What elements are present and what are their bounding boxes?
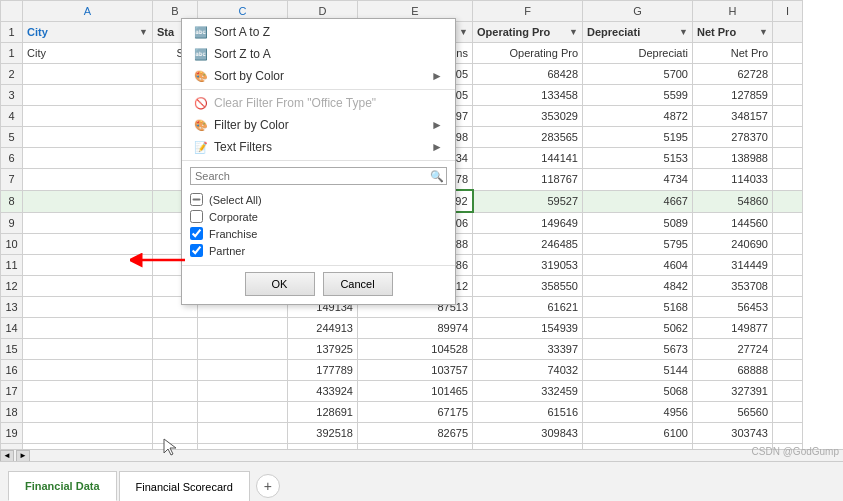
sort-by-color-item[interactable]: 🎨 Sort by Color ► [182,65,455,87]
oppro-filter-icon[interactable]: ▼ [569,23,578,41]
filter-by-color-item[interactable]: 🎨 Filter by Color ► [182,114,455,136]
cell-netpro: 138988 [693,148,773,169]
cell-revenue: 128691 [288,402,358,423]
cell-city [23,127,153,148]
cell-office [198,339,288,360]
franchise-checkbox-item[interactable]: Franchise [190,225,447,242]
cell-oppro: 332459 [473,381,583,402]
tab-bar: Financial Data Financial Scorecard + [0,461,843,501]
search-input[interactable] [190,167,447,185]
select-all-checkbox-item[interactable]: (Select All) [190,191,447,208]
col-oppro-header[interactable]: Operating Pro ▼ [473,22,583,43]
row-num-9: 9 [1,212,23,234]
depr-filter-icon[interactable]: ▼ [679,23,688,41]
depr-label: Depreciati [587,23,640,41]
franchise-checkbox[interactable] [190,227,203,240]
cell-netpro: 240690 [693,234,773,255]
cell-oppro: 33397 [473,339,583,360]
row-num-8: 8 [1,190,23,212]
row-num-2: 2 [1,64,23,85]
arrow-indicator [130,250,190,270]
col-letter-f: F [473,1,583,22]
filter-color-icon: 🎨 [194,119,208,132]
cell-netpro: 303743 [693,423,773,444]
cell-depr: 5144 [583,360,693,381]
cell-depr: 4734 [583,169,693,191]
cell-opexp: 101465 [358,381,473,402]
oppro-label: Operating Pro [477,23,550,41]
add-tab-button[interactable]: + [256,474,280,498]
city-filter-icon[interactable]: ▼ [139,23,148,41]
col-netpro-header[interactable]: Net Pro ▼ [693,22,773,43]
cell-i [773,402,803,423]
row-num-6: 6 [1,148,23,169]
cell-depr: 4842 [583,276,693,297]
red-arrow-svg [130,250,190,270]
search-wrapper: 🔍 [190,167,447,185]
cell-i [773,423,803,444]
cell-office [198,381,288,402]
corporate-checkbox[interactable] [190,210,203,223]
tab-financial-scorecard[interactable]: Financial Scorecard [119,471,250,501]
select-all-checkbox[interactable] [190,193,203,206]
cell-i [773,106,803,127]
search-container: 🔍 [182,163,455,189]
row-num-11: 11 [1,255,23,276]
row-num-12: 12 [1,276,23,297]
cell-oppro: 154939 [473,318,583,339]
scroll-left-btn[interactable]: ◄ [0,450,14,462]
opexp-filter-icon[interactable]: ▼ [459,23,468,41]
watermark: CSDN @GodGump [752,446,839,457]
row-num-1: 1 [1,22,23,43]
corporate-checkbox-item[interactable]: Corporate [190,208,447,225]
sort-z-a-item[interactable]: 🔤 Sort Z to A [182,43,455,65]
cell-i [773,360,803,381]
cell-netpro: 314449 [693,255,773,276]
partner-checkbox-item[interactable]: Partner [190,242,447,259]
cell-revenue: 433924 [288,381,358,402]
cell-office [198,423,288,444]
cell-oppro: 61621 [473,297,583,318]
col-depr-header[interactable]: Depreciati ▼ [583,22,693,43]
cell-oppro: 118767 [473,169,583,191]
select-all-label: (Select All) [209,194,262,206]
cell-oppro: 68428 [473,64,583,85]
cell-depr: 5700 [583,64,693,85]
cell-netpro: 348157 [693,106,773,127]
cell-office [198,402,288,423]
cell-i [773,43,803,64]
scroll-right-btn[interactable]: ► [16,450,30,462]
cell-oppro: 144141 [473,148,583,169]
cancel-button[interactable]: Cancel [323,272,393,296]
row-num-19: 19 [1,423,23,444]
cell-state [153,423,198,444]
cell-netpro: 62728 [693,64,773,85]
cell-oppro: 74032 [473,360,583,381]
netpro-filter-icon[interactable]: ▼ [759,23,768,41]
cell-depr: 5673 [583,339,693,360]
cell-city [23,64,153,85]
cell-depr: 4956 [583,402,693,423]
col-city-header[interactable]: City ▼ [23,22,153,43]
cell-city [23,148,153,169]
cell-city [23,381,153,402]
clear-filter-item[interactable]: 🚫 Clear Filter From "Office Type" [182,92,455,114]
partner-checkbox[interactable] [190,244,203,257]
sort-a-z-item[interactable]: 🔤 Sort A to Z [182,21,455,43]
text-filter-icon: 📝 [194,141,208,154]
cell-netpro: 68888 [693,360,773,381]
clear-filter-label: Clear Filter From "Office Type" [214,96,376,110]
row-num-14: 14 [1,318,23,339]
cell-depr: 5068 [583,381,693,402]
cell-oppro: 319053 [473,255,583,276]
franchise-label: Franchise [209,228,257,240]
cell-netpro: 127859 [693,85,773,106]
tab-financial-data[interactable]: Financial Data [8,471,117,501]
row-num-5: 5 [1,127,23,148]
text-filters-label: Text Filters [214,140,272,154]
cell-oppro: Operating Pro [473,43,583,64]
table-row: 14244913899741549395062149877 [1,318,803,339]
text-filters-item[interactable]: 📝 Text Filters ► [182,136,455,158]
col-letter-g: G [583,1,693,22]
ok-button[interactable]: OK [245,272,315,296]
